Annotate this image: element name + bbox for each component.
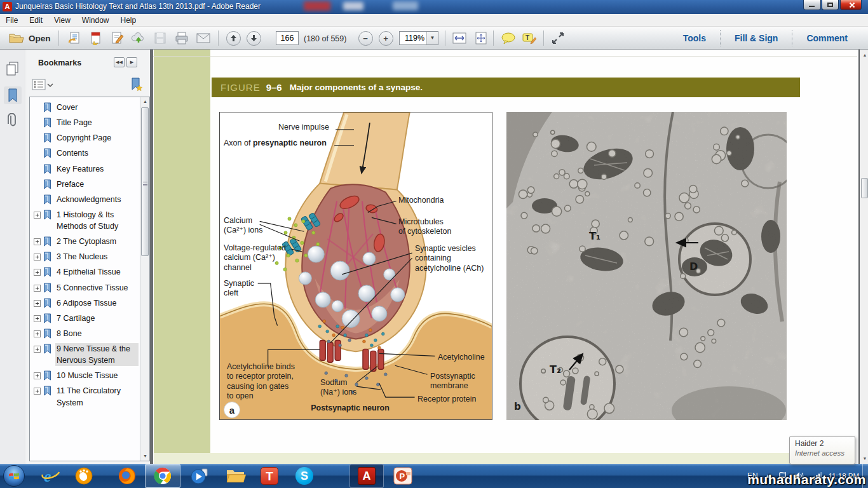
bookmark-item[interactable]: Contents <box>30 146 140 161</box>
internet-explorer-icon: e <box>41 466 60 485</box>
menu-view[interactable]: View <box>48 16 76 25</box>
maximize-button[interactable] <box>822 0 839 10</box>
page-number-input[interactable] <box>276 31 299 45</box>
bookmark-item[interactable]: 8 Bone <box>30 326 140 341</box>
bookmark-expander-icon[interactable] <box>34 388 41 395</box>
scroll-up-icon[interactable]: ▲ <box>861 51 868 59</box>
taskbar-firefox[interactable] <box>113 464 141 488</box>
document-scrollbar[interactable]: ▲ ▼ <box>858 50 868 464</box>
zoom-in-button[interactable]: + <box>376 29 395 47</box>
taskbar-internet-explorer[interactable]: e <box>37 464 65 488</box>
previous-view-icon[interactable] <box>65 29 84 47</box>
bookmark-label: Title Page <box>55 117 139 128</box>
bookmark-item[interactable]: Key Features <box>30 161 140 177</box>
bookmarks-scrollbar[interactable]: ▲ ▼ <box>140 97 149 461</box>
bookmark-item[interactable]: 6 Adipose Tissue <box>30 295 140 311</box>
scroll-down-icon[interactable]: ▼ <box>141 452 149 461</box>
email-icon[interactable] <box>194 29 213 47</box>
bookmark-item[interactable]: 4 Epithelial Tissue <box>30 264 140 280</box>
page-thumbnails-icon[interactable] <box>4 60 22 78</box>
bookmark-expander-icon[interactable] <box>34 254 41 261</box>
bookmark-item[interactable]: 3 The Nucleus <box>30 249 140 264</box>
bookmark-expander-icon[interactable] <box>34 212 41 219</box>
create-pdf-icon[interactable] <box>86 29 105 47</box>
save-icon[interactable] <box>151 29 170 47</box>
label-axon: Axon of presynaptic neuron <box>224 139 327 148</box>
bookmarks-panel: Bookmarks ◀◀ ▶ CoverTitle PageCopyright … <box>26 50 150 464</box>
zoom-out-button[interactable]: − <box>356 29 375 47</box>
scroll-up-icon[interactable]: ▲ <box>141 97 149 106</box>
print-icon[interactable] <box>172 29 191 47</box>
taskbar-adobe-reader[interactable]: A <box>349 464 384 488</box>
text-callout-icon[interactable]: T <box>520 29 539 47</box>
bookmark-item[interactable]: 2 The Cytoplasm <box>30 234 140 249</box>
fill-sign-button[interactable]: Fill & Sign <box>721 33 792 43</box>
chevron-down-icon[interactable]: ▼ <box>426 32 438 44</box>
previous-page-button[interactable] <box>224 29 243 47</box>
label-microtubules: Microtubules of cytoskeleton <box>398 217 451 237</box>
scrollbar-thumb[interactable] <box>861 178 868 198</box>
bookmark-item[interactable]: 9 Nerve Tissue & the Nervous System <box>30 341 140 368</box>
bookmark-item[interactable]: 5 Connective Tissue <box>30 280 140 295</box>
bookmark-item[interactable]: 11 The Circulatory System <box>30 383 140 410</box>
bookmark-item[interactable]: 7 Cartilage <box>30 311 140 326</box>
watermark: muhadharaty.com <box>747 472 866 487</box>
fit-page-icon[interactable] <box>471 29 491 47</box>
zoom-level-select[interactable]: 119% ▼ <box>399 31 438 45</box>
bookmarks-panel-icon[interactable] <box>4 86 22 104</box>
menu-edit[interactable]: Edit <box>24 16 48 25</box>
bookmark-item[interactable]: 10 Muscle Tissue <box>30 368 140 383</box>
bookmark-item[interactable]: Title Page <box>30 115 140 130</box>
bookmark-options-icon[interactable] <box>32 79 53 90</box>
menu-window[interactable]: Window <box>76 16 115 25</box>
adobe-reader-icon: A <box>3 2 12 11</box>
start-button[interactable] <box>3 465 25 487</box>
bookmark-item[interactable]: Cover <box>30 100 140 115</box>
bookmark-expander-icon[interactable] <box>34 330 41 337</box>
scrollbar-thumb[interactable] <box>141 107 149 256</box>
taskbar-chrome[interactable] <box>145 464 180 488</box>
expand-panel-icon[interactable]: ▶ <box>126 57 137 67</box>
taskbar-gom-player[interactable] <box>70 464 98 488</box>
cloud-upload-icon[interactable] <box>129 29 148 47</box>
bookmark-item[interactable]: Copyright Page <box>30 130 140 146</box>
collapse-panel-icon[interactable]: ◀◀ <box>114 57 125 67</box>
figure-caption: Major components of a synapse. <box>290 83 423 92</box>
scroll-down-icon[interactable]: ▼ <box>861 454 868 463</box>
bookmark-expander-icon[interactable] <box>34 300 41 307</box>
document-pane[interactable]: FIGURE 9–6 Major components of a synapse… <box>153 50 857 464</box>
tools-button[interactable]: Tools <box>669 33 720 43</box>
menu-help[interactable]: Help <box>115 16 142 25</box>
close-button[interactable] <box>840 0 862 10</box>
taskbar-media-player[interactable] <box>186 464 214 488</box>
bookmark-icon <box>43 283 52 293</box>
taskbar-skype[interactable]: S <box>290 464 318 488</box>
bookmark-item[interactable]: Preface <box>30 177 140 192</box>
bookmark-expander-icon[interactable] <box>34 285 41 292</box>
bookmark-item[interactable]: 1 Histology & Its Methods of Study <box>30 207 140 234</box>
taskbar-powerpoint[interactable]: P <box>386 464 420 488</box>
menu-file[interactable]: File <box>0 16 24 25</box>
bookmark-expander-icon[interactable] <box>34 238 41 245</box>
fullscreen-icon[interactable] <box>548 29 567 47</box>
minimize-button[interactable] <box>803 0 821 10</box>
sticky-note-icon[interactable] <box>499 29 518 47</box>
fit-width-icon[interactable] <box>450 29 469 47</box>
bookmark-expander-icon[interactable] <box>34 346 41 353</box>
comment-button[interactable]: Comment <box>792 33 862 43</box>
next-page-button[interactable] <box>244 29 263 47</box>
taskbar-t-app[interactable]: T <box>255 464 283 488</box>
taskbar-explorer[interactable] <box>222 464 250 488</box>
new-bookmark-icon[interactable] <box>130 78 144 92</box>
bookmark-expander-icon[interactable] <box>34 269 41 276</box>
sign-document-icon[interactable] <box>107 29 126 47</box>
open-button[interactable]: Open <box>5 29 53 47</box>
attachments-icon[interactable] <box>4 112 22 130</box>
bookmark-expander-icon[interactable] <box>34 372 41 379</box>
bookmark-icon <box>43 298 52 308</box>
bookmark-item[interactable]: Acknowledgments <box>30 192 140 207</box>
folder-icon <box>226 468 246 484</box>
bookmark-expander-icon[interactable] <box>34 315 41 322</box>
bookmark-icon <box>43 148 52 158</box>
bookmark-icon <box>43 344 52 354</box>
